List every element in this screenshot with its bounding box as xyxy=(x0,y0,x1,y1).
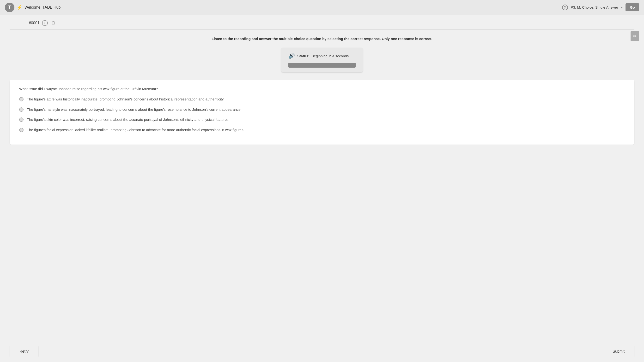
radio-option-d[interactable] xyxy=(19,128,24,132)
radio-option-a[interactable] xyxy=(19,97,24,101)
submit-button[interactable]: Submit xyxy=(603,346,634,357)
main-content: #0001 i 🗒 Listen to the recording and an… xyxy=(0,15,644,341)
status-text: Status: Beginning in 4 seconds xyxy=(297,54,349,58)
audio-player-header: 🔊 Status: Beginning in 4 seconds xyxy=(288,53,356,59)
answer-option-a[interactable]: The figure's attire was historically ina… xyxy=(19,97,625,102)
audio-player: 🔊 Status: Beginning in 4 seconds xyxy=(281,48,363,72)
question-number: #0001 xyxy=(29,21,40,25)
answer-option-d[interactable]: The figure's facial expression lacked li… xyxy=(19,127,625,133)
question-type-label: P3: M. Choice, Single Answer xyxy=(571,5,618,9)
retry-button[interactable]: Retry xyxy=(10,346,38,357)
audio-player-container: 🔊 Status: Beginning in 4 seconds xyxy=(10,48,634,72)
instruction-text: Listen to the recording and answer the m… xyxy=(10,37,634,41)
edit-icon[interactable]: ✏ xyxy=(630,31,639,41)
help-icon: ? xyxy=(562,4,568,10)
option-text-c: The figure's skin color was incorrect, r… xyxy=(27,117,230,123)
chevron-down-icon[interactable]: ▾ xyxy=(621,5,623,9)
go-button[interactable]: Go xyxy=(626,3,639,11)
navbar-left: T ⚡ Welcome, TADE Hub xyxy=(5,3,562,12)
lightning-icon: ⚡ xyxy=(17,5,22,10)
option-text-a: The figure's attire was historically ina… xyxy=(27,97,224,102)
option-text-d: The figure's facial expression lacked li… xyxy=(27,127,244,133)
notes-icon[interactable]: 🗒 xyxy=(50,20,57,26)
navbar: T ⚡ Welcome, TADE Hub ? P3: M. Choice, S… xyxy=(0,0,644,15)
question-text: What issue did Dwayne Johnson raise rega… xyxy=(19,87,625,91)
answer-option-b[interactable]: The figure's hairstyle was inaccurately … xyxy=(19,107,625,112)
info-icon[interactable]: i xyxy=(42,20,48,26)
answer-option-c[interactable]: The figure's skin color was incorrect, r… xyxy=(19,117,625,123)
option-text-b: The figure's hairstyle was inaccurately … xyxy=(27,107,242,112)
edit-icon-container: ✏ xyxy=(630,31,639,41)
divider xyxy=(10,29,634,29)
welcome-text: Welcome, TADE Hub xyxy=(24,5,60,9)
question-header: #0001 i 🗒 xyxy=(10,20,634,26)
radio-option-c[interactable] xyxy=(19,118,24,122)
bottom-bar: Retry Submit xyxy=(0,341,644,362)
navbar-right: ? P3: M. Choice, Single Answer ▾ Go xyxy=(562,3,639,11)
audio-progress-bar xyxy=(288,63,356,68)
question-box: What issue did Dwayne Johnson raise rega… xyxy=(10,80,634,145)
speaker-icon: 🔊 xyxy=(288,53,295,59)
radio-option-b[interactable] xyxy=(19,107,24,112)
avatar: T xyxy=(5,3,14,12)
